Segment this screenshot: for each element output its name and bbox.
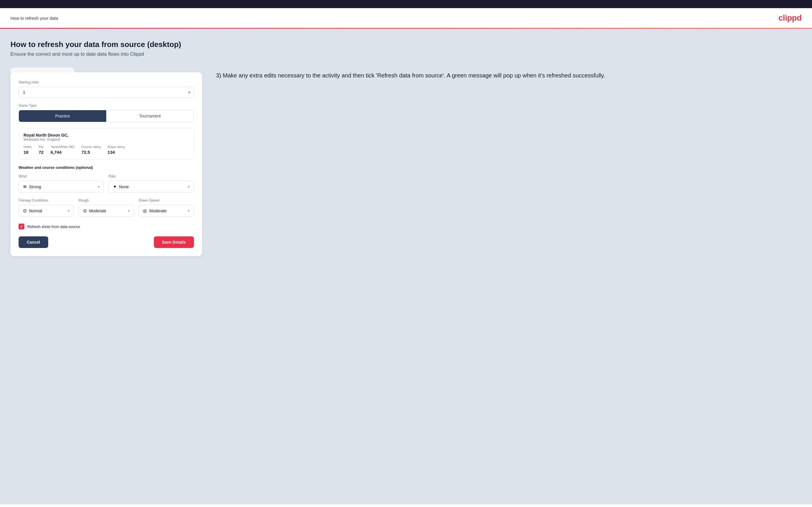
starting-hole-label: Starting Hole [18,80,194,84]
starting-hole-select-wrapper: 1 ▾ [18,87,194,98]
rain-dropdown[interactable]: ✦ None ▾ [109,181,194,192]
green-speed-group: Green Speed ◎ Moderate ▾ [139,199,194,217]
refresh-checkbox-row: ✓ Refresh shots from data source [18,224,194,229]
rough-chevron-icon: ▾ [128,209,130,213]
starting-hole-row: Starting Hole 1 ▾ [18,80,194,98]
fairway-value: Normal [29,209,68,213]
course-rating-stat: Course rating 72.5 [82,145,101,155]
rough-value: Moderate [89,209,128,213]
yards-stat: Yards/White (M)) 6,744 [51,145,74,155]
course-name: Royal North Devon GC, [23,133,189,137]
course-location: Westward Ho!, England [23,137,189,142]
green-speed-chevron-icon: ▾ [188,209,190,213]
course-card: Royal North Devon GC, Westward Ho!, Engl… [18,128,194,160]
practice-button[interactable]: Practice [19,110,106,122]
main-content: How to refresh your data from source (de… [0,29,812,504]
side-text: 3) Make any extra edits necessary to the… [216,68,802,80]
par-value: 72 [39,150,44,155]
rain-icon: ✦ [113,184,117,189]
side-text-content: 3) Make any extra edits necessary to the… [216,71,802,80]
slope-rating-stat: Slope rating 134 [108,145,125,155]
game-type-label: Game Type [18,104,194,108]
game-type-row: Game Type Practice Tournament [18,104,194,122]
partial-card-top [10,68,74,73]
rain-label: Rain [109,174,194,178]
wind-dropdown[interactable]: ≋ Strong ▾ [18,181,104,192]
game-type-buttons: Practice Tournament [18,110,194,122]
wind-label: Wind [18,174,104,178]
page-subheading: Ensure the correct and most up to date d… [10,51,802,57]
wind-group: Wind ≋ Strong ▾ [18,174,104,192]
page-heading: How to refresh your data from source (de… [10,40,802,49]
par-stat: Par 72 [39,145,44,155]
holes-stat: Holes 18 [23,145,32,155]
cancel-button[interactable]: Cancel [18,236,48,248]
rain-group: Rain ✦ None ▾ [109,174,194,192]
slope-rating-label: Slope rating [108,145,125,149]
conditions-three-row: Fairway Conditions ⊙ Normal ▾ Rough ⊙ Mo… [18,199,194,217]
rain-value: None [119,184,188,189]
buttons-row: Cancel Save Details [18,236,194,248]
fairway-dropdown[interactable]: ⊙ Normal ▾ [18,205,74,217]
course-rating-label: Course rating [82,145,101,149]
course-stats: Holes 18 Par 72 Yards/White (M)) 6,744 [23,145,189,155]
wind-rain-row: Wind ≋ Strong ▾ Rain ✦ None ▾ [18,174,194,192]
top-bar [0,0,812,8]
course-rating-value: 72.5 [82,150,101,155]
par-label: Par [39,145,44,149]
form-card: Starting Hole 1 ▾ Game Type Practice Tou… [10,72,202,256]
save-button[interactable]: Save Details [154,236,194,248]
conditions-title: Weather and course conditions (optional) [18,165,194,170]
wind-icon: ≋ [23,184,27,189]
wind-value: Strong [29,184,98,189]
rough-dropdown[interactable]: ⊙ Moderate ▾ [79,205,134,217]
rain-chevron-icon: ▾ [188,185,190,189]
green-speed-icon: ◎ [143,208,147,214]
green-speed-value: Moderate [149,209,188,213]
header-title: How to refresh your data [10,16,58,20]
yards-value: 6,744 [51,150,74,155]
fairway-group: Fairway Conditions ⊙ Normal ▾ [18,199,74,217]
yards-label: Yards/White (M)) [51,145,74,149]
rough-label: Rough [79,199,134,203]
rough-icon: ⊙ [83,208,87,214]
holes-label: Holes [23,145,32,149]
checkmark-icon: ✓ [20,225,23,229]
logo: clippd [779,13,802,22]
starting-hole-select[interactable]: 1 [18,87,194,98]
footer: Copyright Clippd 2022 [0,504,812,507]
green-speed-label: Green Speed [139,199,194,203]
form-card-wrapper: Starting Hole 1 ▾ Game Type Practice Tou… [10,68,202,256]
refresh-checkbox[interactable]: ✓ [18,224,24,229]
header: How to refresh your data clippd [0,8,812,29]
fairway-icon: ⊙ [23,208,27,214]
fairway-label: Fairway Conditions [18,199,74,203]
holes-value: 18 [23,150,32,155]
rough-group: Rough ⊙ Moderate ▾ [79,199,134,217]
slope-rating-value: 134 [108,150,125,155]
fairway-chevron-icon: ▾ [68,209,70,213]
tournament-button[interactable]: Tournament [106,110,194,122]
wind-chevron-icon: ▾ [98,185,100,189]
green-speed-dropdown[interactable]: ◎ Moderate ▾ [139,205,194,217]
refresh-label: Refresh shots from data source [27,225,80,229]
content-area: Starting Hole 1 ▾ Game Type Practice Tou… [10,68,802,256]
